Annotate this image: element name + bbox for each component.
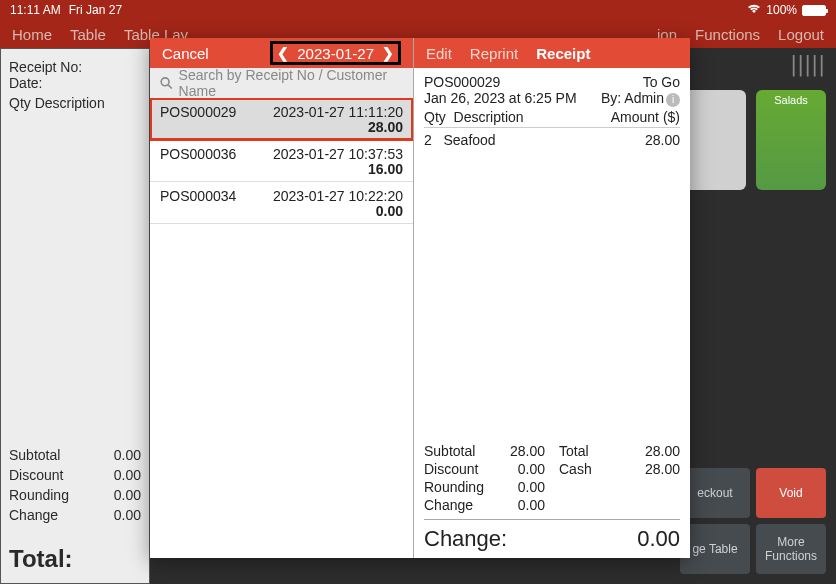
detail-status: To Go xyxy=(643,74,680,90)
line-amt: 28.00 xyxy=(645,132,680,148)
bg-receipt-no: Receipt No: xyxy=(9,59,141,75)
receipt-ts: 2023-01-27 10:37:53 xyxy=(273,146,403,162)
receipt-ts: 2023-01-27 10:22:20 xyxy=(273,188,403,204)
change-table-button[interactable]: ge Table xyxy=(680,524,750,574)
receipt-amt: 16.00 xyxy=(368,161,403,177)
status-time: 11:11 AM xyxy=(10,3,61,17)
bg-qtydesc: Qty Description xyxy=(9,95,141,111)
tab-edit[interactable]: Edit xyxy=(426,45,452,62)
receipt-row[interactable]: POS0000292023-01-27 11:11:20 28.00 xyxy=(150,98,413,140)
wifi-icon xyxy=(747,3,761,17)
bg-receipt-panel: Receipt No: Date: Qty Description Subtot… xyxy=(0,48,150,584)
tab-reprint[interactable]: Reprint xyxy=(470,45,518,62)
discount-v: 0.00 xyxy=(510,461,545,477)
bg-total: Total: xyxy=(9,545,73,573)
search-icon xyxy=(160,76,173,90)
bg-rounding-v: 0.00 xyxy=(114,487,141,503)
rounding-v: 0.00 xyxy=(510,479,545,495)
checkout-button[interactable]: eckout xyxy=(680,468,750,518)
change-v: 0.00 xyxy=(510,497,545,513)
bg-date: Date: xyxy=(9,75,141,91)
subtotal-l: Subtotal xyxy=(424,443,496,459)
popup-left-header: Cancel ❮ 2023-01-27 ❯ xyxy=(150,38,413,68)
receipt-id: POS000029 xyxy=(160,104,236,120)
receipt-popup: Cancel ❮ 2023-01-27 ❯ Search by Receipt … xyxy=(150,38,690,558)
svg-point-0 xyxy=(161,78,169,86)
receipt-row[interactable]: POS0000362023-01-27 10:37:53 16.00 xyxy=(150,140,413,182)
receipt-amt: 28.00 xyxy=(368,119,403,135)
search-bar[interactable]: Search by Receipt No / Customer Name xyxy=(150,68,413,98)
receipt-list: POS0000292023-01-27 11:11:20 28.00 POS00… xyxy=(150,98,413,558)
date-next-icon[interactable]: ❯ xyxy=(382,45,394,61)
rounding-l: Rounding xyxy=(424,479,496,495)
detail-by: By: Admin xyxy=(601,90,664,106)
discount-l: Discount xyxy=(424,461,496,477)
popup-right-pane: Edit Reprint Receipt POS000029 To Go Jan… xyxy=(414,38,690,558)
bg-subtotal-v: 0.00 xyxy=(114,447,141,463)
bg-change-v: 0.00 xyxy=(114,507,141,523)
total-v: 28.00 xyxy=(645,443,680,459)
receipt-row[interactable]: POS0000342023-01-27 10:22:20 0.00 xyxy=(150,182,413,224)
bg-buttons: eckout Void ge Table More Functions xyxy=(680,468,826,574)
cash-l: Cash xyxy=(559,461,631,477)
nav-functions[interactable]: Functions xyxy=(695,26,760,43)
svg-line-1 xyxy=(168,85,172,89)
cash-v: 28.00 xyxy=(645,461,680,477)
nav-logout[interactable]: Logout xyxy=(778,26,824,43)
bg-subtotal-l: Subtotal xyxy=(9,447,60,463)
bg-discount-l: Discount xyxy=(9,467,63,483)
receipt-id: POS000034 xyxy=(160,188,236,204)
info-icon[interactable]: i xyxy=(666,93,680,107)
barcode-icon[interactable]: ⎮⎮⎮⎮⎮ xyxy=(789,55,824,77)
col-qty: Qty xyxy=(424,109,446,125)
cancel-button[interactable]: Cancel xyxy=(162,45,209,62)
col-amt: Amount ($) xyxy=(611,109,680,125)
void-button[interactable]: Void xyxy=(756,468,826,518)
subtotal-v: 28.00 xyxy=(510,443,545,459)
date-selector: ❮ 2023-01-27 ❯ xyxy=(270,41,401,65)
date-prev-icon[interactable]: ❮ xyxy=(277,45,289,61)
line-qty: 2 xyxy=(424,132,432,148)
date-value[interactable]: 2023-01-27 xyxy=(297,45,374,62)
line-desc: Seafood xyxy=(443,132,495,148)
status-date: Fri Jan 27 xyxy=(69,3,122,17)
change-l: Change xyxy=(424,497,496,513)
receipt-ts: 2023-01-27 11:11:20 xyxy=(273,104,403,120)
big-change-value: 0.00 xyxy=(637,526,680,552)
bg-discount-v: 0.00 xyxy=(114,467,141,483)
receipt-detail: POS000029 To Go Jan 26, 2023 at 6:25 PM … xyxy=(414,68,690,558)
bg-change-l: Change xyxy=(9,507,58,523)
popup-left-pane: Cancel ❮ 2023-01-27 ❯ Search by Receipt … xyxy=(150,38,414,558)
big-change-label: Change: xyxy=(424,526,507,552)
col-desc: Description xyxy=(454,109,524,125)
search-placeholder: Search by Receipt No / Customer Name xyxy=(179,67,403,99)
total-l: Total xyxy=(559,443,631,459)
battery-pct: 100% xyxy=(766,3,797,17)
receipt-amt: 0.00 xyxy=(376,203,403,219)
detail-datetime: Jan 26, 2023 at 6:25 PM xyxy=(424,90,577,107)
receipt-id: POS000036 xyxy=(160,146,236,162)
catalog-salads-label: Salads xyxy=(774,94,808,106)
status-bar: 11:11 AM Fri Jan 27 100% xyxy=(0,0,836,20)
nav-home[interactable]: Home xyxy=(12,26,52,43)
more-functions-button[interactable]: More Functions xyxy=(756,524,826,574)
catalog-item-salads[interactable]: Salads xyxy=(756,90,826,190)
catalog: Salads xyxy=(676,90,826,190)
popup-right-header: Edit Reprint Receipt xyxy=(414,38,690,68)
bg-rounding-l: Rounding xyxy=(9,487,69,503)
detail-id: POS000029 xyxy=(424,74,500,90)
tab-receipt[interactable]: Receipt xyxy=(536,45,590,62)
battery-icon xyxy=(802,5,826,16)
nav-table[interactable]: Table xyxy=(70,26,106,43)
